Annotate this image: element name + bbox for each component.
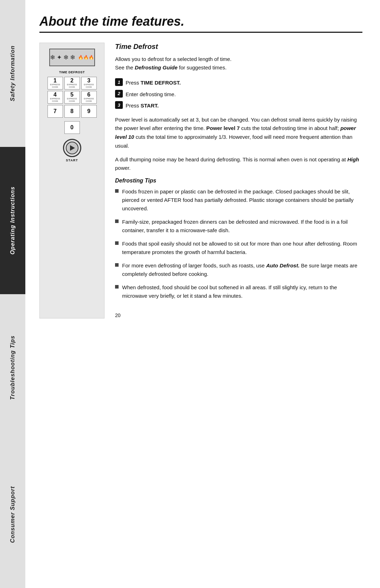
step-1: 1 Press TIME DEFROST. [115, 78, 362, 87]
key-5[interactable]: 5 EXPRESS COOK [64, 91, 80, 104]
tip-3: Foods that spoil easily should not be al… [115, 240, 362, 256]
step-num-3: 3 [115, 101, 123, 109]
body-text-2: A dull thumping noise may be heard durin… [115, 155, 362, 173]
body-text-1: Power level is automatically set at 3, b… [115, 116, 362, 150]
sidebar-label-consumer: Consumer Support [10, 486, 16, 543]
step-text-3: Press START. [126, 101, 159, 110]
key-1[interactable]: 1 EXPRESS COOK [48, 77, 63, 89]
key-9[interactable]: 9 [81, 105, 97, 118]
key-4[interactable]: 4 EXPRESS COOK [48, 91, 63, 104]
key-6[interactable]: 6 EXPRESS COOK [81, 91, 97, 104]
key-3[interactable]: 3 EXPRESS COOK [81, 77, 97, 89]
tip-5: When defrosted, food should be cool but … [115, 283, 362, 300]
sidebar: Safety Information Operating Instruction… [0, 0, 25, 588]
key-8[interactable]: 8 [64, 105, 80, 118]
content-area: ❄ ✦ ❄ ❄ 🔥🔥🔥 TIME DEFROST 1 EXPRESS COOK … [39, 43, 362, 318]
time-defrost-label: TIME DEFROST [59, 70, 85, 74]
sidebar-label-operating: Operating Instructions [10, 186, 16, 255]
start-button-area: START [63, 139, 81, 162]
bullet-1 [115, 189, 119, 193]
main-content: About the time features. ❄ ✦ ❄ ❄ 🔥🔥🔥 TIM… [25, 0, 380, 588]
keypad-panel: ❄ ✦ ❄ ❄ 🔥🔥🔥 TIME DEFROST 1 EXPRESS COOK … [39, 43, 104, 318]
keypad-grid: 1 EXPRESS COOK 2 EXPRESS COOK 3 EXPRESS … [48, 77, 97, 118]
sidebar-section-operating[interactable]: Operating Instructions [0, 147, 25, 294]
bullet-3 [115, 241, 119, 245]
start-label: START [66, 159, 78, 162]
dot-icon: ✦ [57, 54, 62, 61]
tip-4: For more even defrosting of larger foods… [115, 261, 362, 278]
flame-icon: 🔥🔥🔥 [78, 55, 94, 60]
step-3: 3 Press START. [115, 101, 362, 110]
key-0[interactable]: 0 [64, 121, 80, 134]
tip-text-5: When defrosted, food should be cool but … [122, 283, 362, 300]
display-area: ❄ ✦ ❄ ❄ 🔥🔥🔥 [49, 49, 95, 66]
step-2: 2 Enter defrosting time. [115, 90, 362, 99]
start-button[interactable] [63, 139, 81, 157]
title-divider [39, 32, 362, 33]
page-footer: 20 [115, 305, 362, 318]
sidebar-section-troubleshooting[interactable]: Troubleshooting Tips [0, 294, 25, 441]
right-content: Time Defrost Allows you to defrost for a… [115, 43, 362, 318]
sidebar-label-safety: Safety Information [10, 45, 16, 101]
bullet-2 [115, 219, 119, 223]
page-number: 20 [115, 312, 121, 318]
snowflake3-icon: ❄ [70, 54, 75, 61]
key-7[interactable]: 7 [48, 105, 63, 118]
tip-text-1: Foods frozen in paper or plastic can be … [122, 187, 362, 213]
snowflake-icon: ❄ [50, 54, 55, 61]
sidebar-section-consumer[interactable]: Consumer Support [0, 441, 25, 588]
time-defrost-heading: Time Defrost [115, 43, 362, 51]
step-num-2: 2 [115, 90, 123, 98]
page-title: About the time features. [39, 14, 362, 29]
bullet-4 [115, 263, 119, 267]
sidebar-section-safety[interactable]: Safety Information [0, 0, 25, 147]
start-play-icon [70, 145, 75, 151]
key-zero-row: 0 [64, 121, 80, 134]
step-num-1: 1 [115, 78, 123, 86]
tip-1: Foods frozen in paper or plastic can be … [115, 187, 362, 213]
intro-line1: Allows you to defrost for a selected len… [115, 56, 232, 62]
display-icons: ❄ ✦ ❄ ❄ 🔥🔥🔥 [50, 54, 94, 61]
defrosting-tips-heading: Defrosting Tips [115, 178, 362, 184]
snowflake2-icon: ❄ [63, 54, 69, 61]
tip-text-2: Family-size, prepackaged frozen dinners … [122, 218, 362, 235]
tip-2: Family-size, prepackaged frozen dinners … [115, 218, 362, 235]
sidebar-label-troubleshooting: Troubleshooting Tips [10, 335, 16, 400]
key-2[interactable]: 2 EXPRESS COOK [64, 77, 80, 89]
tip-text-4: For more even defrosting of larger foods… [122, 261, 362, 278]
start-button-inner [66, 142, 78, 154]
step-text-1: Press TIME DEFROST. [126, 78, 181, 87]
intro-text: Allows you to defrost for a selected len… [115, 55, 362, 72]
bullet-5 [115, 285, 119, 289]
tip-text-3: Foods that spoil easily should not be al… [122, 240, 362, 256]
step-text-2: Enter defrosting time. [126, 90, 176, 99]
steps-list: 1 Press TIME DEFROST. 2 Enter defrosting… [115, 78, 362, 110]
tips-list: Foods frozen in paper or plastic can be … [115, 187, 362, 300]
